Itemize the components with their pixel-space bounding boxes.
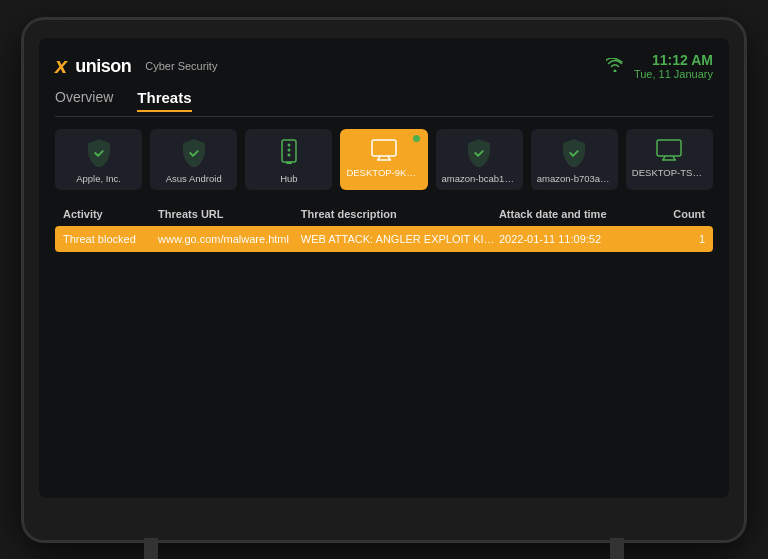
device-hub[interactable]: Hub bbox=[245, 129, 332, 190]
col-header-count: Count bbox=[657, 208, 705, 220]
svg-point-2 bbox=[287, 149, 290, 152]
device-name-asus: Asus Android bbox=[156, 173, 231, 184]
svg-rect-5 bbox=[372, 140, 396, 156]
cell-url: www.go.com/malware.html bbox=[158, 233, 301, 245]
device-amazon1[interactable]: amazon-bcab114c bbox=[436, 129, 523, 190]
table-header: Activity Threats URL Threat description … bbox=[55, 202, 713, 226]
col-header-datetime: Attack date and time bbox=[499, 208, 658, 220]
device-name-hub: Hub bbox=[251, 173, 326, 184]
device-grid: Apple, Inc. Asus Android bbox=[55, 129, 713, 190]
online-indicator bbox=[413, 135, 420, 142]
device-name-amazon1: amazon-bcab114c bbox=[442, 173, 517, 184]
logo-area: x unison Cyber Security bbox=[55, 53, 217, 79]
shield-icon bbox=[86, 139, 112, 167]
cell-datetime: 2022-01-11 11:09:52 bbox=[499, 233, 658, 245]
tab-threats[interactable]: Threats bbox=[137, 89, 191, 112]
cell-activity: Threat blocked bbox=[63, 233, 158, 245]
shield-icon-asus bbox=[181, 139, 207, 167]
col-header-url: Threats URL bbox=[158, 208, 301, 220]
device-amazon2[interactable]: amazon-b703a3d. bbox=[531, 129, 618, 190]
logo-subtitle: Cyber Security bbox=[145, 60, 217, 72]
threat-table: Activity Threats URL Threat description … bbox=[55, 202, 713, 252]
svg-rect-4 bbox=[286, 162, 292, 164]
hub-icon bbox=[278, 139, 300, 167]
monitor-icon-desktop2 bbox=[656, 139, 682, 161]
device-name-desktop2: DESKTOP-TS1-Wi. bbox=[632, 167, 707, 178]
device-name-desktop1: DESKTOP-9KTM7. bbox=[346, 167, 421, 178]
current-date: Tue, 11 January bbox=[634, 68, 713, 81]
device-asus[interactable]: Asus Android bbox=[150, 129, 237, 190]
logo-x-letter: x bbox=[55, 53, 67, 79]
cell-count: 1 bbox=[657, 233, 705, 245]
nav-tabs: Overview Threats bbox=[55, 89, 713, 117]
device-name-amazon2: amazon-b703a3d. bbox=[537, 173, 612, 184]
col-header-description: Threat description bbox=[301, 208, 499, 220]
header-right: 11:12 AM Tue, 11 January bbox=[606, 52, 713, 82]
tv-stand-left bbox=[144, 538, 204, 560]
svg-rect-9 bbox=[657, 140, 681, 156]
tv-screen: x unison Cyber Security 11:12 A bbox=[39, 38, 729, 498]
cell-description: WEB ATTACK: ANGLER EXPLOIT KIT ... bbox=[301, 233, 499, 245]
header: x unison Cyber Security 11:12 A bbox=[55, 52, 713, 82]
shield-icon-amazon2 bbox=[561, 139, 587, 167]
device-desktop2[interactable]: DESKTOP-TS1-Wi. bbox=[626, 129, 713, 190]
logo-unison-text: unison bbox=[75, 56, 131, 77]
tab-overview[interactable]: Overview bbox=[55, 89, 113, 112]
current-time: 11:12 AM bbox=[634, 52, 713, 69]
wifi-icon bbox=[606, 58, 624, 75]
tv-stand-right bbox=[564, 538, 624, 560]
time-block: 11:12 AM Tue, 11 January bbox=[634, 52, 713, 82]
shield-icon-amazon1 bbox=[466, 139, 492, 167]
tv-frame: x unison Cyber Security 11:12 A bbox=[24, 20, 744, 540]
device-desktop1[interactable]: DESKTOP-9KTM7. bbox=[340, 129, 427, 190]
monitor-icon-desktop1 bbox=[371, 139, 397, 161]
svg-point-3 bbox=[287, 154, 290, 157]
device-name-apple: Apple, Inc. bbox=[61, 173, 136, 184]
table-row[interactable]: Threat blocked www.go.com/malware.html W… bbox=[55, 226, 713, 252]
svg-point-1 bbox=[287, 144, 290, 147]
device-apple[interactable]: Apple, Inc. bbox=[55, 129, 142, 190]
col-header-activity: Activity bbox=[63, 208, 158, 220]
